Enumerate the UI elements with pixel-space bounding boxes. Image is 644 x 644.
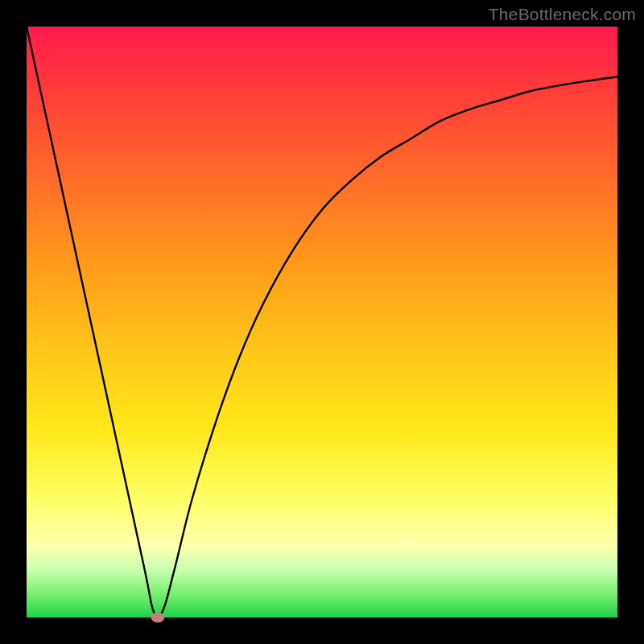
- chart-frame: TheBottleneck.com: [0, 0, 644, 644]
- bottleneck-marker: [151, 613, 164, 623]
- watermark-text: TheBottleneck.com: [489, 5, 636, 24]
- bottleneck-curve: [27, 27, 617, 617]
- plot-area: [27, 27, 617, 617]
